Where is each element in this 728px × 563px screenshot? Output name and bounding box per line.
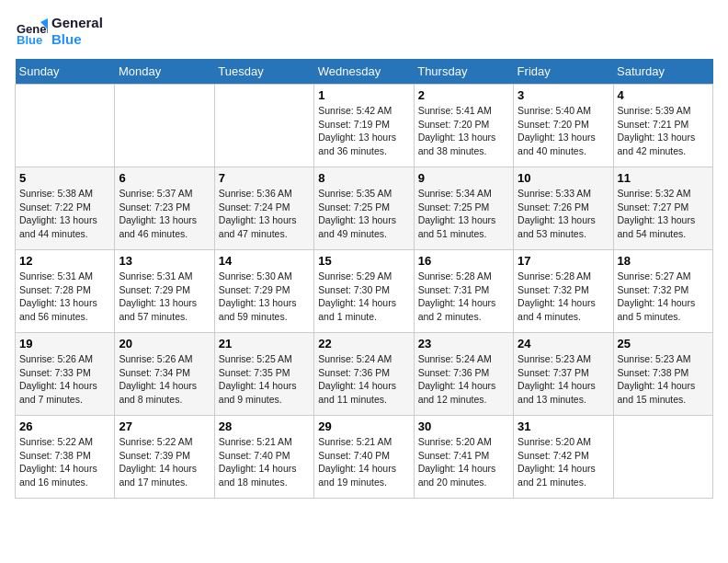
day-number: 1 [318,88,409,102]
cell-info: Sunrise: 5:22 AM Sunset: 7:39 PM Dayligh… [119,435,210,489]
cell-info: Sunrise: 5:31 AM Sunset: 7:29 PM Dayligh… [119,270,210,324]
cell-info: Sunrise: 5:23 AM Sunset: 7:38 PM Dayligh… [618,352,709,407]
calendar-cell: 2Sunrise: 5:41 AM Sunset: 7:20 PM Daylig… [414,85,513,167]
calendar-cell [214,85,313,167]
day-number: 27 [119,419,210,433]
calendar-cell: 23Sunrise: 5:24 AM Sunset: 7:36 PM Dayli… [414,333,513,416]
calendar-table: SundayMondayTuesdayWednesdayThursdayFrid… [15,59,713,499]
day-number: 5 [19,171,110,185]
calendar-cell: 21Sunrise: 5:25 AM Sunset: 7:35 PM Dayli… [214,333,313,416]
cell-info: Sunrise: 5:27 AM Sunset: 7:32 PM Dayligh… [618,270,709,324]
cell-info: Sunrise: 5:24 AM Sunset: 7:36 PM Dayligh… [418,352,509,407]
cell-info: Sunrise: 5:35 AM Sunset: 7:25 PM Dayligh… [318,187,409,241]
weekday-header-friday: Friday [514,59,613,85]
day-number: 26 [19,419,110,433]
day-number: 30 [418,419,509,433]
calendar-cell: 3Sunrise: 5:40 AM Sunset: 7:20 PM Daylig… [514,85,613,167]
cell-info: Sunrise: 5:20 AM Sunset: 7:41 PM Dayligh… [418,435,509,489]
cell-info: Sunrise: 5:25 AM Sunset: 7:35 PM Dayligh… [219,352,310,407]
day-number: 28 [219,419,310,433]
weekday-header-wednesday: Wednesday [314,59,414,85]
weekday-header-saturday: Saturday [613,59,712,85]
day-number: 12 [19,254,110,268]
day-number: 2 [418,88,509,102]
cell-info: Sunrise: 5:21 AM Sunset: 7:40 PM Dayligh… [219,435,310,489]
day-number: 3 [518,88,609,102]
calendar-cell: 4Sunrise: 5:39 AM Sunset: 7:21 PM Daylig… [613,85,712,167]
day-number: 18 [618,254,709,268]
day-number: 31 [518,419,609,433]
logo: General Blue General Blue [15,15,103,48]
cell-info: Sunrise: 5:31 AM Sunset: 7:28 PM Dayligh… [19,270,110,324]
weekday-header-thursday: Thursday [414,59,513,85]
cell-info: Sunrise: 5:39 AM Sunset: 7:21 PM Dayligh… [618,104,709,158]
calendar-cell [115,85,214,167]
day-number: 10 [518,171,609,185]
calendar-cell: 25Sunrise: 5:23 AM Sunset: 7:38 PM Dayli… [613,333,712,416]
weekday-header-row: SundayMondayTuesdayWednesdayThursdayFrid… [16,59,713,85]
cell-info: Sunrise: 5:33 AM Sunset: 7:26 PM Dayligh… [518,187,609,241]
cell-info: Sunrise: 5:38 AM Sunset: 7:22 PM Dayligh… [19,187,110,241]
cell-info: Sunrise: 5:21 AM Sunset: 7:40 PM Dayligh… [318,435,409,489]
logo-icon: General Blue [15,15,48,48]
cell-info: Sunrise: 5:28 AM Sunset: 7:31 PM Dayligh… [418,270,509,324]
calendar-week-4: 19Sunrise: 5:26 AM Sunset: 7:33 PM Dayli… [16,333,713,416]
cell-info: Sunrise: 5:23 AM Sunset: 7:37 PM Dayligh… [518,352,609,407]
calendar-cell: 19Sunrise: 5:26 AM Sunset: 7:33 PM Dayli… [16,333,115,416]
calendar-week-2: 5Sunrise: 5:38 AM Sunset: 7:22 PM Daylig… [16,167,713,250]
calendar-cell: 1Sunrise: 5:42 AM Sunset: 7:19 PM Daylig… [314,85,414,167]
calendar-week-1: 1Sunrise: 5:42 AM Sunset: 7:19 PM Daylig… [16,85,713,167]
day-number: 19 [19,337,110,350]
cell-info: Sunrise: 5:34 AM Sunset: 7:25 PM Dayligh… [418,187,509,241]
calendar-cell: 20Sunrise: 5:26 AM Sunset: 7:34 PM Dayli… [115,333,214,416]
cell-info: Sunrise: 5:22 AM Sunset: 7:38 PM Dayligh… [19,435,110,489]
day-number: 13 [119,254,210,268]
day-number: 24 [518,337,609,350]
calendar-body: 1Sunrise: 5:42 AM Sunset: 7:19 PM Daylig… [16,85,713,499]
cell-info: Sunrise: 5:41 AM Sunset: 7:20 PM Dayligh… [418,104,509,158]
calendar-week-5: 26Sunrise: 5:22 AM Sunset: 7:38 PM Dayli… [16,416,713,499]
calendar-cell: 11Sunrise: 5:32 AM Sunset: 7:27 PM Dayli… [613,167,712,250]
day-number: 23 [418,337,509,350]
calendar-cell: 17Sunrise: 5:28 AM Sunset: 7:32 PM Dayli… [514,250,613,333]
weekday-header-monday: Monday [115,59,214,85]
calendar-cell: 31Sunrise: 5:20 AM Sunset: 7:42 PM Dayli… [514,416,613,499]
calendar-cell [16,85,115,167]
cell-info: Sunrise: 5:42 AM Sunset: 7:19 PM Dayligh… [318,104,409,158]
calendar-cell: 30Sunrise: 5:20 AM Sunset: 7:41 PM Dayli… [414,416,513,499]
calendar-cell: 12Sunrise: 5:31 AM Sunset: 7:28 PM Dayli… [16,250,115,333]
day-number: 21 [219,337,310,350]
svg-text:Blue: Blue [17,33,42,47]
cell-info: Sunrise: 5:40 AM Sunset: 7:20 PM Dayligh… [518,104,609,158]
calendar-cell: 18Sunrise: 5:27 AM Sunset: 7:32 PM Dayli… [613,250,712,333]
calendar-cell: 28Sunrise: 5:21 AM Sunset: 7:40 PM Dayli… [214,416,313,499]
cell-info: Sunrise: 5:26 AM Sunset: 7:34 PM Dayligh… [119,352,210,407]
logo-line1: General [51,15,103,31]
cell-info: Sunrise: 5:28 AM Sunset: 7:32 PM Dayligh… [518,270,609,324]
day-number: 11 [618,171,709,185]
calendar-cell: 26Sunrise: 5:22 AM Sunset: 7:38 PM Dayli… [16,416,115,499]
calendar-cell: 9Sunrise: 5:34 AM Sunset: 7:25 PM Daylig… [414,167,513,250]
calendar-cell: 16Sunrise: 5:28 AM Sunset: 7:31 PM Dayli… [414,250,513,333]
day-number: 20 [119,337,210,350]
calendar-cell: 27Sunrise: 5:22 AM Sunset: 7:39 PM Dayli… [115,416,214,499]
day-number: 8 [318,171,409,185]
calendar-cell: 14Sunrise: 5:30 AM Sunset: 7:29 PM Dayli… [214,250,313,333]
day-number: 6 [119,171,210,185]
calendar-cell: 15Sunrise: 5:29 AM Sunset: 7:30 PM Dayli… [314,250,414,333]
calendar-cell: 5Sunrise: 5:38 AM Sunset: 7:22 PM Daylig… [16,167,115,250]
cell-info: Sunrise: 5:32 AM Sunset: 7:27 PM Dayligh… [618,187,709,241]
day-number: 17 [518,254,609,268]
weekday-header-sunday: Sunday [16,59,115,85]
day-number: 29 [318,419,409,433]
calendar-cell: 24Sunrise: 5:23 AM Sunset: 7:37 PM Dayli… [514,333,613,416]
day-number: 9 [418,171,509,185]
calendar-cell: 10Sunrise: 5:33 AM Sunset: 7:26 PM Dayli… [514,167,613,250]
cell-info: Sunrise: 5:20 AM Sunset: 7:42 PM Dayligh… [518,435,609,489]
calendar-cell: 8Sunrise: 5:35 AM Sunset: 7:25 PM Daylig… [314,167,414,250]
cell-info: Sunrise: 5:24 AM Sunset: 7:36 PM Dayligh… [318,352,409,407]
day-number: 7 [219,171,310,185]
calendar-cell: 29Sunrise: 5:21 AM Sunset: 7:40 PM Dayli… [314,416,414,499]
calendar-week-3: 12Sunrise: 5:31 AM Sunset: 7:28 PM Dayli… [16,250,713,333]
day-number: 25 [618,337,709,350]
